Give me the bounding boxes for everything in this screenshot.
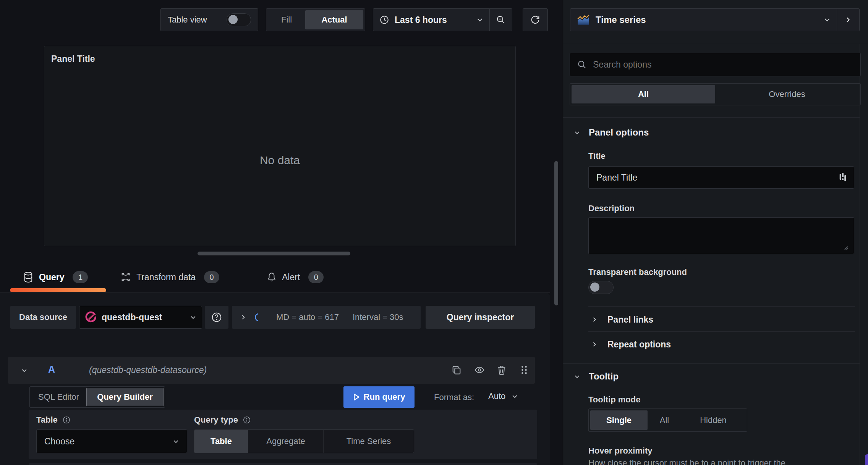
- transparent-background-label: Transparent background: [588, 267, 687, 277]
- table-view-toggle-button[interactable]: Table view: [160, 8, 258, 31]
- options-filter-all[interactable]: All: [572, 85, 715, 103]
- tab-transform-data[interactable]: Transform data 0: [120, 267, 219, 287]
- query-ref-id[interactable]: A: [48, 364, 55, 375]
- datasource-help-button[interactable]: [205, 306, 228, 329]
- collapse-chevron-icon[interactable]: [21, 367, 28, 374]
- datasource-label: Data source: [19, 312, 67, 322]
- tooltip-header-label: Tooltip: [589, 371, 619, 382]
- switch-knob: [590, 283, 599, 292]
- tab-alert[interactable]: Alert 0: [267, 267, 324, 287]
- chevron-down-icon: [574, 129, 580, 136]
- datasource-picker[interactable]: questdb-quest: [79, 306, 202, 329]
- tooltip-mode-group: Single All Hidden: [588, 408, 747, 432]
- table-select-value: Choose: [44, 436, 74, 447]
- table-select[interactable]: Choose: [36, 429, 187, 453]
- max-data-points-summary: MD = auto = 617: [276, 312, 339, 322]
- next-section-partial: [29, 463, 537, 465]
- query-type-aggregate[interactable]: Aggregate: [248, 430, 323, 453]
- active-tab-underline: [10, 288, 106, 292]
- zoom-out-button[interactable]: [489, 9, 512, 31]
- sql-editor-option[interactable]: SQL Editor: [31, 388, 86, 406]
- description-field[interactable]: [588, 217, 854, 254]
- transform-icon: [120, 272, 131, 283]
- chevron-down-icon: [190, 314, 196, 321]
- time-range-label: Last 6 hours: [395, 15, 447, 25]
- query-inspector-button[interactable]: Query inspector: [426, 306, 535, 329]
- options-search-box[interactable]: [570, 53, 861, 76]
- tooltip-section-header[interactable]: Tooltip: [574, 371, 619, 382]
- repeat-options-label: Repeat options: [607, 339, 671, 350]
- panel-preview: Panel Title No data: [44, 46, 516, 246]
- run-query-button[interactable]: Run query: [343, 386, 415, 408]
- refresh-button[interactable]: [523, 8, 548, 31]
- delete-query-trash-icon[interactable]: [496, 365, 507, 375]
- chevron-down-icon: [574, 373, 580, 380]
- options-filter-overrides[interactable]: Overrides: [715, 85, 859, 103]
- tab-alert-badge: 0: [308, 271, 324, 283]
- query-type-time-series[interactable]: Time Series: [323, 430, 414, 453]
- toggle-viz-picker-button[interactable]: [837, 9, 859, 31]
- fill-option[interactable]: Fill: [268, 10, 305, 29]
- datasource-name: questdb-quest: [102, 312, 162, 323]
- options-pane-scrollbar[interactable]: [865, 454, 868, 465]
- query-builder-section: Table Query type Choose Table Aggregate …: [29, 410, 537, 459]
- duplicate-query-icon[interactable]: [451, 365, 462, 375]
- tab-query[interactable]: Query 1: [23, 267, 88, 287]
- chevron-right-icon: [591, 316, 598, 323]
- panel-title[interactable]: Panel Title: [51, 54, 95, 64]
- drag-handle-icon[interactable]: [519, 365, 529, 375]
- divider: [588, 306, 855, 307]
- visualization-picker[interactable]: Time series: [570, 8, 860, 31]
- query-type-table[interactable]: Table: [194, 430, 248, 453]
- chevron-down-icon: [476, 16, 483, 23]
- query-row-header[interactable]: A (questdb-questdb-datasource): [8, 357, 535, 384]
- chevron-right-icon: [240, 314, 246, 320]
- format-as-select[interactable]: Auto: [488, 391, 518, 401]
- panel-title-input[interactable]: [596, 172, 839, 183]
- tooltip-mode-hidden[interactable]: Hidden: [681, 410, 745, 430]
- panel-links-header[interactable]: Panel links: [591, 313, 653, 326]
- panel-title-field[interactable]: [588, 166, 854, 189]
- chevron-down-icon: [824, 16, 831, 23]
- table-field-label: Table: [36, 415, 58, 425]
- options-search-input[interactable]: [592, 59, 853, 70]
- query-type-group: Table Aggregate Time Series: [194, 429, 414, 453]
- tooltip-mode-label: Tooltip mode: [588, 395, 640, 405]
- info-circle-icon: [62, 416, 71, 424]
- tooltip-mode-all[interactable]: All: [648, 410, 681, 430]
- horizontal-scrollbar[interactable]: [198, 252, 350, 255]
- variable-suggestion-icon[interactable]: [839, 173, 847, 182]
- time-range-group: Last 6 hours: [373, 8, 512, 31]
- visualization-name: Time series: [596, 15, 646, 25]
- info-circle-icon: [243, 416, 251, 424]
- bell-icon: [267, 272, 277, 283]
- tab-transform-badge: 0: [204, 271, 219, 283]
- interval-summary: Interval = 30s: [353, 312, 403, 322]
- query-inspector-label: Query inspector: [447, 312, 514, 323]
- query-options-summary[interactable]: MD = auto = 617 Interval = 30s: [232, 306, 421, 329]
- vertical-scrollbar[interactable]: [554, 161, 558, 305]
- database-icon: [23, 271, 34, 283]
- query-type-field-label: Query type: [194, 415, 238, 425]
- format-as-label: Format as:: [434, 392, 474, 402]
- table-view-switch[interactable]: [227, 13, 251, 26]
- format-as-value: Auto: [488, 391, 505, 401]
- query-builder-option[interactable]: Query Builder: [86, 388, 164, 406]
- actual-option[interactable]: Actual: [305, 10, 363, 29]
- description-textarea[interactable]: [589, 218, 854, 254]
- loading-spinner-icon: [255, 313, 262, 322]
- datasource-label-chip: Data source: [10, 306, 76, 329]
- tooltip-mode-single[interactable]: Single: [590, 410, 648, 430]
- hover-proximity-help: How close the cursor must be to a point …: [588, 458, 856, 465]
- time-range-picker[interactable]: Last 6 hours: [373, 9, 489, 31]
- play-icon: [353, 393, 360, 401]
- divider: [588, 331, 855, 332]
- query-datasource-hint: (questdb-questdb-datasource): [89, 365, 207, 375]
- hide-query-eye-icon[interactable]: [474, 365, 485, 375]
- fill-actual-group: Fill Actual: [266, 8, 365, 31]
- repeat-options-header[interactable]: Repeat options: [591, 338, 671, 351]
- transparent-background-switch[interactable]: [588, 281, 614, 294]
- zoom-out-icon: [496, 15, 506, 25]
- panel-options-header[interactable]: Panel options: [574, 127, 649, 138]
- resize-handle-icon[interactable]: [842, 244, 849, 250]
